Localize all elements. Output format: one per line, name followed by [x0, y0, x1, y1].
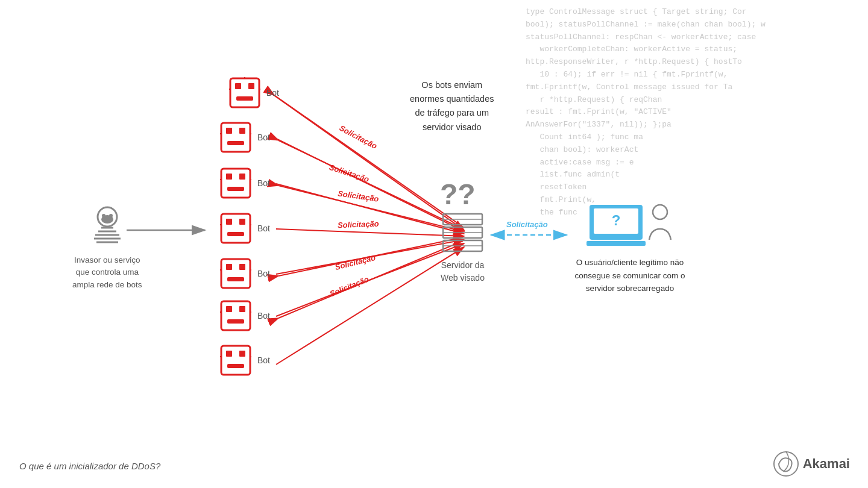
svg-text:?: ?	[611, 212, 620, 228]
bot-icon-6	[220, 300, 251, 331]
bot-label-3: Bot	[257, 178, 270, 188]
solic-label-5: Solicitação	[334, 253, 376, 272]
svg-rect-44	[239, 174, 245, 180]
svg-rect-67	[226, 351, 232, 357]
svg-rect-68	[239, 351, 245, 357]
bot-label-7: Bot	[257, 355, 270, 365]
svg-rect-36	[221, 123, 250, 152]
solic-label-2: Solicitação	[328, 163, 370, 184]
question-marks: ??	[440, 178, 476, 211]
bot-icon-4	[220, 213, 251, 244]
svg-rect-42	[221, 169, 250, 198]
bot-icon-1	[229, 77, 260, 108]
svg-rect-57	[227, 277, 244, 281]
svg-point-82	[653, 205, 667, 219]
svg-rect-63	[227, 319, 244, 324]
bottom-title: O que é um inicializador de DDoS?	[19, 461, 160, 471]
svg-rect-37	[226, 128, 232, 134]
bot-item-4: Bot	[220, 213, 270, 244]
solic-label-4: Solicitação	[338, 219, 379, 230]
svg-rect-49	[226, 219, 232, 225]
attacker-label: Invasor ou serviço que controla uma ampl…	[72, 254, 142, 291]
attacker-icon	[89, 205, 125, 247]
bot-label-1: Bot	[266, 88, 279, 98]
bot-icon-7	[220, 345, 251, 376]
info-top-text: Os bots enviam enormes quantidades de tr…	[410, 78, 494, 134]
akamai-text-label: Akamai	[803, 456, 850, 472]
svg-point-22	[109, 214, 113, 217]
bot-item-1: Bot	[229, 77, 279, 108]
bot-icon-2	[220, 122, 251, 153]
legit-user-group: ? O usuário/cliente legítimo não consegu…	[567, 199, 693, 295]
svg-rect-30	[248, 83, 254, 89]
svg-line-16	[278, 241, 463, 318]
svg-rect-61	[226, 306, 232, 312]
bot-item-3: Bot	[220, 167, 270, 199]
svg-rect-45	[227, 187, 244, 191]
svg-point-21	[102, 214, 105, 217]
svg-rect-28	[230, 78, 259, 107]
solic-dashed-label: Solicitação	[506, 220, 548, 229]
svg-rect-66	[221, 346, 250, 375]
svg-point-83	[774, 452, 798, 476]
svg-rect-55	[226, 264, 232, 270]
svg-rect-50	[239, 219, 245, 225]
legit-label: O usuário/cliente legítimo não consegue …	[567, 256, 693, 295]
svg-rect-43	[226, 174, 232, 180]
bot-item-2: Bot	[220, 122, 270, 153]
svg-line-8	[276, 139, 464, 231]
bot-label-2: Bot	[257, 133, 270, 142]
bot-item-5: Bot	[220, 258, 270, 289]
solic-label-1: Solicitação	[338, 124, 379, 151]
svg-rect-60	[221, 301, 250, 330]
svg-rect-31	[236, 96, 253, 101]
svg-line-17	[276, 247, 464, 364]
bot-icon-3	[220, 167, 251, 199]
svg-line-9	[278, 140, 463, 229]
svg-rect-48	[221, 214, 250, 243]
attacker-group: Invasor ou serviço que controla uma ampl…	[72, 205, 142, 291]
server-label: Servidor da Web visado	[441, 259, 485, 284]
bot-label-5: Bot	[257, 269, 270, 278]
server-group: Servidor da Web visado	[440, 211, 485, 284]
svg-rect-51	[227, 232, 244, 236]
bot-item-6: Bot	[220, 300, 270, 331]
bot-icon-5	[220, 258, 251, 289]
svg-rect-56	[239, 264, 245, 270]
svg-rect-29	[235, 83, 241, 89]
bot-label-6: Bot	[257, 311, 270, 321]
svg-rect-38	[239, 128, 245, 134]
svg-rect-81	[587, 241, 646, 246]
server-icon	[440, 211, 485, 254]
solic-label-3: Solicitação	[337, 189, 379, 203]
svg-rect-62	[239, 306, 245, 312]
svg-line-12	[276, 229, 464, 236]
svg-rect-69	[227, 364, 244, 368]
bot-label-4: Bot	[257, 224, 270, 233]
solic-label-6: Solicitação	[329, 275, 370, 299]
akamai-logo-icon	[773, 451, 799, 477]
svg-rect-39	[227, 141, 244, 145]
bot-item-7: Bot	[220, 345, 270, 376]
svg-rect-54	[221, 259, 250, 288]
akamai-logo: Akamai	[773, 451, 850, 477]
legit-user-icon: ?	[587, 199, 674, 250]
